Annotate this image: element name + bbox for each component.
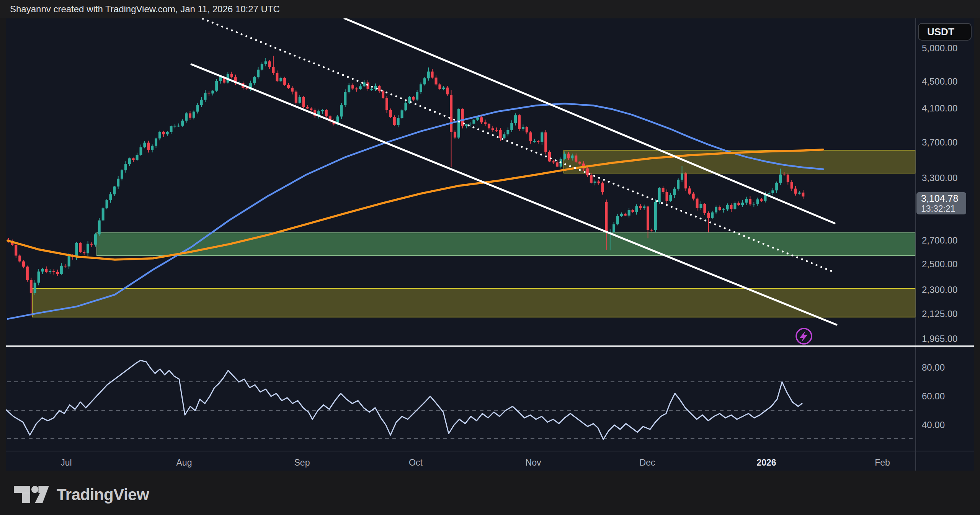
- candle-up: [253, 77, 256, 83]
- candle-down: [45, 269, 47, 272]
- candle-down: [590, 175, 593, 183]
- candle-down: [26, 266, 29, 280]
- candle-up: [196, 105, 199, 111]
- candle-up: [193, 112, 195, 118]
- candle-down: [480, 117, 483, 122]
- price-label: 2,125.00: [922, 309, 957, 319]
- candle-up: [113, 186, 116, 194]
- candle-up: [117, 179, 119, 186]
- candle-up: [348, 85, 350, 92]
- candle-up: [34, 283, 36, 293]
- header-credit: Shayannv created with TradingView.com, J…: [10, 4, 280, 14]
- candle-up: [658, 188, 661, 202]
- channel-lower[interactable]: [191, 64, 836, 325]
- candle-down: [662, 188, 665, 192]
- candle-up: [151, 146, 154, 150]
- candle-down: [310, 108, 312, 110]
- candle-up: [370, 89, 373, 90]
- candle-up: [299, 97, 301, 103]
- candle-down: [537, 141, 539, 142]
- price-label: 3,700.00: [922, 137, 957, 148]
- candle-up: [711, 213, 714, 218]
- candle-down: [696, 199, 699, 208]
- candle-up: [177, 126, 180, 126]
- candle-up: [594, 181, 596, 183]
- candle-up: [41, 269, 44, 272]
- candle-down: [548, 152, 551, 162]
- candle-up: [94, 234, 97, 245]
- candle-up: [38, 271, 40, 283]
- candle-up: [321, 110, 324, 111]
- candle-down: [749, 199, 751, 204]
- candle-up: [465, 124, 468, 126]
- candle-up: [620, 214, 623, 216]
- candle-up: [87, 244, 89, 253]
- time-label-oct: Oct: [409, 457, 423, 468]
- candle-down: [283, 78, 286, 85]
- candle-up: [181, 121, 184, 126]
- candle-up: [340, 105, 343, 116]
- candle-up: [654, 202, 657, 230]
- candle-down: [302, 97, 305, 107]
- candle-down: [544, 132, 547, 152]
- candle-up: [771, 190, 774, 193]
- time-label-sep: Sep: [294, 457, 310, 468]
- candle-up: [669, 195, 672, 201]
- candle-up: [102, 208, 105, 220]
- candle-down: [526, 127, 528, 132]
- support-zone-green[interactable]: [97, 233, 916, 255]
- bar-countdown: 13:32:21: [921, 204, 966, 214]
- time-label-2026: 2026: [756, 457, 776, 468]
- candle-down: [556, 162, 559, 167]
- lightning-icon: [800, 331, 808, 342]
- candle-up: [635, 206, 638, 212]
- candle-down: [438, 85, 441, 89]
- candle-down: [389, 110, 392, 117]
- candle-up: [401, 110, 403, 118]
- candle-up: [733, 203, 736, 209]
- candle-down: [52, 271, 55, 272]
- price-label: 2,300.00: [922, 284, 957, 295]
- candle-down: [495, 130, 498, 131]
- candle-up: [715, 207, 717, 213]
- candle-down: [518, 115, 521, 129]
- candle-down: [783, 175, 786, 175]
- candle-down: [306, 107, 309, 109]
- candle-up: [726, 205, 729, 209]
- candle-up: [514, 115, 517, 123]
- candle-down: [787, 175, 789, 182]
- candle-down: [639, 206, 642, 208]
- price-label: 2,500.00: [922, 259, 957, 270]
- candle-up: [416, 92, 418, 100]
- candle-up: [124, 164, 127, 170]
- candle-down: [737, 203, 740, 205]
- tradingview-logo[interactable]: TradingView: [14, 484, 149, 505]
- candle-up: [121, 170, 123, 179]
- channel-upper[interactable]: [345, 18, 835, 223]
- candle-down: [632, 210, 634, 212]
- candle-down: [692, 194, 695, 199]
- candle-down: [412, 97, 415, 100]
- candle-up: [173, 126, 176, 126]
- chart-canvas[interactable]: [6, 18, 974, 471]
- price-label: 1,965.00: [922, 334, 957, 344]
- candle-down: [83, 252, 85, 253]
- price-label: 4,100.00: [922, 103, 957, 114]
- candle-down: [18, 256, 21, 262]
- candle-up: [109, 194, 112, 200]
- candle-down: [794, 189, 797, 194]
- candle-up: [741, 203, 744, 205]
- candle-up: [779, 175, 782, 183]
- candle-down: [454, 132, 456, 138]
- candle-up: [49, 271, 51, 272]
- candle-down: [287, 85, 290, 88]
- price-label: 3,300.00: [922, 173, 957, 183]
- candle-up: [158, 132, 161, 138]
- candle-down: [529, 132, 532, 141]
- candle-down: [147, 143, 150, 150]
- candle-up: [541, 132, 543, 142]
- candle-down: [351, 85, 354, 88]
- candle-up: [397, 118, 400, 125]
- rsi-label: 40.00: [922, 420, 945, 430]
- candle-up: [219, 77, 222, 81]
